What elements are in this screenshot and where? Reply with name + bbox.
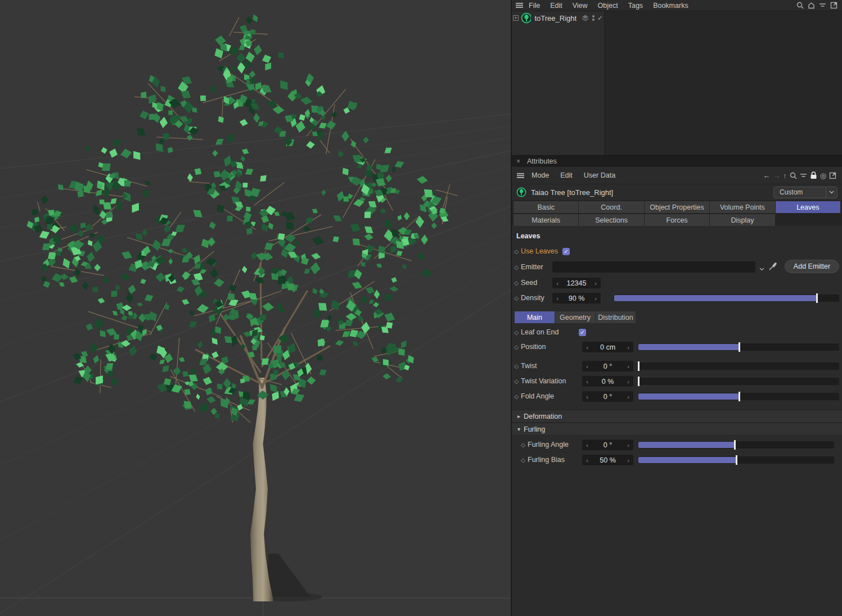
twist-variation-slider[interactable] bbox=[638, 378, 839, 385]
forward-arrow-icon[interactable]: → bbox=[773, 171, 780, 180]
keyframe-diamond-icon[interactable]: ◇ bbox=[512, 264, 521, 270]
menu-edit-attr[interactable]: Edit bbox=[555, 171, 578, 179]
furling-angle-stepper[interactable]: ‹ 0 ° › bbox=[582, 440, 633, 450]
tab-selections[interactable]: Selections bbox=[579, 214, 643, 226]
furling-bias-value[interactable]: 50 % bbox=[592, 456, 623, 464]
popout-icon[interactable] bbox=[829, 172, 836, 179]
tab-display[interactable]: Display bbox=[710, 214, 775, 226]
keyframe-diamond-icon[interactable]: ◇ bbox=[512, 363, 521, 369]
emitter-input[interactable] bbox=[552, 261, 755, 273]
position-value[interactable]: 0 cm bbox=[592, 343, 623, 351]
tab-basic[interactable]: Basic bbox=[514, 201, 578, 213]
use-leaves-checkbox[interactable]: ✓ bbox=[562, 248, 570, 255]
subtab-main[interactable]: Main bbox=[515, 311, 555, 323]
add-emitter-button[interactable]: Add Emitter bbox=[785, 260, 839, 273]
density-value[interactable]: 90 % bbox=[562, 295, 591, 302]
keyframe-diamond-icon[interactable]: ◇ bbox=[512, 344, 521, 350]
keyframe-diamond-icon[interactable]: ◇ bbox=[512, 280, 521, 286]
fold-angle-slider[interactable] bbox=[638, 393, 839, 400]
increment-arrow-icon[interactable]: › bbox=[623, 457, 633, 464]
close-icon[interactable]: × bbox=[516, 157, 520, 165]
furling-bias-slider[interactable] bbox=[638, 456, 834, 464]
decrement-arrow-icon[interactable]: ‹ bbox=[582, 344, 592, 351]
position-slider[interactable] bbox=[638, 343, 839, 351]
furling-angle-value[interactable]: 0 ° bbox=[592, 441, 623, 449]
tab-volume-points[interactable]: Volume Points bbox=[710, 201, 775, 213]
decrement-arrow-icon[interactable]: ‹ bbox=[582, 457, 592, 464]
decrement-arrow-icon[interactable]: ‹ bbox=[552, 280, 562, 287]
decrement-arrow-icon[interactable]: ‹ bbox=[582, 442, 592, 449]
object-row-totree-right[interactable]: + toTree_Right ✓ bbox=[512, 11, 604, 25]
object-name-label[interactable]: toTree_Right bbox=[533, 14, 577, 22]
eyedropper-icon[interactable] bbox=[768, 261, 778, 273]
decrement-arrow-icon[interactable]: ‹ bbox=[582, 393, 592, 400]
seed-value[interactable]: 12345 bbox=[562, 279, 591, 287]
popout-icon[interactable] bbox=[830, 2, 838, 9]
menu-view[interactable]: View bbox=[568, 2, 593, 10]
furling-bias-stepper[interactable]: ‹ 50 % › bbox=[582, 455, 633, 465]
tab-forces[interactable]: Forces bbox=[645, 214, 709, 226]
keyframe-diamond-icon[interactable]: ◇ bbox=[512, 295, 521, 301]
density-slider[interactable] bbox=[614, 295, 839, 302]
home-icon[interactable] bbox=[808, 2, 815, 9]
object-manager[interactable]: + toTree_Right ✓ bbox=[512, 11, 842, 156]
up-arrow-icon[interactable]: ↑ bbox=[783, 171, 787, 180]
chevron-down-icon[interactable] bbox=[759, 263, 764, 273]
twist-variation-stepper[interactable]: ‹ 0 % › bbox=[582, 376, 633, 387]
increment-arrow-icon[interactable]: › bbox=[623, 442, 633, 449]
menu-edit[interactable]: Edit bbox=[545, 2, 568, 10]
filter-icon[interactable] bbox=[819, 2, 826, 8]
layers-icon[interactable] bbox=[581, 14, 589, 22]
decrement-arrow-icon[interactable]: ‹ bbox=[582, 378, 592, 385]
target-icon[interactable]: ◎ bbox=[820, 171, 826, 180]
twist-value[interactable]: 0 ° bbox=[592, 363, 623, 370]
menu-object[interactable]: Object bbox=[593, 2, 623, 10]
increment-arrow-icon[interactable]: › bbox=[623, 344, 633, 351]
leaf-on-end-checkbox[interactable]: ✓ bbox=[579, 329, 586, 336]
menu-file[interactable]: File bbox=[524, 2, 545, 10]
search-icon[interactable] bbox=[796, 2, 804, 9]
keyframe-diamond-icon[interactable]: ◇ bbox=[519, 442, 528, 448]
enabled-check-icon[interactable]: ✓ bbox=[597, 14, 603, 22]
increment-arrow-icon[interactable]: › bbox=[623, 363, 633, 370]
search-icon[interactable] bbox=[790, 172, 797, 179]
furling-angle-slider[interactable] bbox=[638, 441, 834, 449]
expand-toggle-icon[interactable]: + bbox=[513, 15, 519, 21]
keyframe-diamond-icon[interactable]: ◇ bbox=[512, 378, 521, 384]
subtab-distribution[interactable]: Distribution bbox=[596, 311, 636, 323]
menu-mode[interactable]: Mode bbox=[526, 171, 555, 179]
increment-arrow-icon[interactable]: › bbox=[623, 393, 633, 400]
increment-arrow-icon[interactable]: › bbox=[591, 280, 601, 287]
fold-angle-value[interactable]: 0 ° bbox=[592, 393, 623, 401]
back-arrow-icon[interactable]: ← bbox=[763, 171, 770, 180]
increment-arrow-icon[interactable]: › bbox=[591, 295, 601, 302]
keyframe-diamond-icon[interactable]: ◇ bbox=[512, 393, 521, 400]
keyframe-diamond-icon[interactable]: ◇ bbox=[512, 329, 521, 336]
viewport-3d[interactable] bbox=[0, 0, 512, 616]
decrement-arrow-icon[interactable]: ‹ bbox=[582, 363, 592, 370]
tab-leaves[interactable]: Leaves bbox=[776, 201, 840, 213]
hamburger-icon[interactable] bbox=[515, 2, 524, 8]
tab-materials[interactable]: Materials bbox=[514, 214, 578, 226]
fold-angle-stepper[interactable]: ‹ 0 ° › bbox=[582, 391, 633, 402]
twist-stepper[interactable]: ‹ 0 ° › bbox=[582, 361, 633, 372]
keyframe-diamond-icon[interactable]: ◇ bbox=[519, 457, 528, 463]
subtab-geometry[interactable]: Geometry bbox=[555, 311, 595, 323]
preset-dropdown[interactable]: Custom bbox=[773, 187, 838, 198]
menu-bookmarks[interactable]: Bookmarks bbox=[648, 2, 694, 10]
increment-arrow-icon[interactable]: › bbox=[623, 378, 633, 385]
furling-section-header[interactable]: ▾ Furling bbox=[512, 423, 842, 436]
density-stepper[interactable]: ‹ 90 % › bbox=[552, 293, 601, 304]
filter-icon[interactable] bbox=[800, 173, 807, 179]
menu-tags[interactable]: Tags bbox=[623, 2, 648, 10]
hamburger-icon[interactable] bbox=[516, 173, 525, 179]
decrement-arrow-icon[interactable]: ‹ bbox=[552, 295, 562, 302]
keyframe-diamond-icon[interactable]: ◇ bbox=[512, 248, 521, 255]
lock-icon[interactable] bbox=[810, 171, 817, 179]
position-stepper[interactable]: ‹ 0 cm › bbox=[582, 342, 633, 352]
visibility-dots-icon[interactable] bbox=[592, 15, 595, 21]
twist-variation-value[interactable]: 0 % bbox=[592, 378, 623, 386]
deformation-section-header[interactable]: ▸ Deformation bbox=[512, 410, 842, 423]
tab-object-properties[interactable]: Object Properties bbox=[645, 201, 709, 213]
menu-user-data[interactable]: User Data bbox=[578, 171, 621, 179]
